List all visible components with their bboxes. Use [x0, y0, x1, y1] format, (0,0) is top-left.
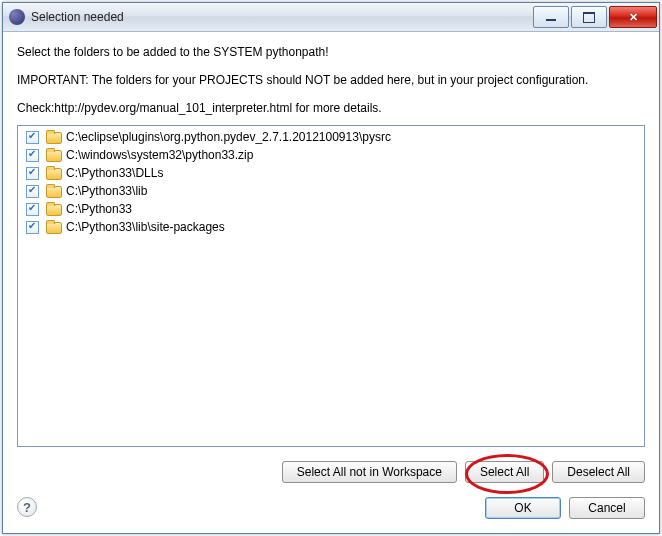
list-item[interactable]: C:\Python33\lib\site-packages — [18, 218, 644, 236]
folder-icon — [46, 148, 62, 162]
instruction-text-2: IMPORTANT: The folders for your PROJECTS… — [17, 71, 645, 89]
folder-checkbox[interactable] — [26, 203, 39, 216]
instruction-text-3: Check:http://pydev.org/manual_101_interp… — [17, 99, 645, 117]
selection-button-row: Select All not in Workspace Select All D… — [17, 461, 645, 483]
window-title: Selection needed — [31, 10, 531, 24]
dialog-button-row: OK Cancel — [17, 497, 645, 519]
maximize-button[interactable] — [571, 6, 607, 28]
folder-icon — [46, 202, 62, 216]
deselect-all-button[interactable]: Deselect All — [552, 461, 645, 483]
folder-list[interactable]: C:\eclipse\plugins\org.python.pydev_2.7.… — [17, 125, 645, 447]
folder-checkbox[interactable] — [26, 185, 39, 198]
ok-button[interactable]: OK — [485, 497, 561, 519]
titlebar[interactable]: Selection needed — [3, 3, 659, 32]
list-item[interactable]: C:\windows\system32\python33.zip — [18, 146, 644, 164]
folder-icon — [46, 220, 62, 234]
folder-checkbox[interactable] — [26, 131, 39, 144]
folder-path-label: C:\eclipse\plugins\org.python.pydev_2.7.… — [66, 130, 391, 144]
folder-path-label: C:\windows\system32\python33.zip — [66, 148, 253, 162]
close-button[interactable] — [609, 6, 657, 28]
folder-icon — [46, 166, 62, 180]
folder-icon — [46, 184, 62, 198]
folder-checkbox[interactable] — [26, 149, 39, 162]
folder-path-label: C:\Python33\lib\site-packages — [66, 220, 225, 234]
dialog-window: Selection needed Select the folders to b… — [2, 2, 660, 534]
instruction-text-1: Select the folders to be added to the SY… — [17, 43, 645, 61]
list-item[interactable]: C:\Python33 — [18, 200, 644, 218]
help-icon[interactable]: ? — [17, 497, 37, 517]
folder-path-label: C:\Python33\lib — [66, 184, 147, 198]
select-all-not-in-workspace-button[interactable]: Select All not in Workspace — [282, 461, 457, 483]
list-item[interactable]: C:\eclipse\plugins\org.python.pydev_2.7.… — [18, 128, 644, 146]
select-all-button[interactable]: Select All — [465, 461, 544, 483]
minimize-button[interactable] — [533, 6, 569, 28]
dialog-content: Select the folders to be added to the SY… — [3, 31, 659, 533]
app-icon — [9, 9, 25, 25]
folder-path-label: C:\Python33 — [66, 202, 132, 216]
folder-checkbox[interactable] — [26, 167, 39, 180]
list-item[interactable]: C:\Python33\DLLs — [18, 164, 644, 182]
list-item[interactable]: C:\Python33\lib — [18, 182, 644, 200]
folder-path-label: C:\Python33\DLLs — [66, 166, 163, 180]
folder-icon — [46, 130, 62, 144]
folder-checkbox[interactable] — [26, 221, 39, 234]
cancel-button[interactable]: Cancel — [569, 497, 645, 519]
